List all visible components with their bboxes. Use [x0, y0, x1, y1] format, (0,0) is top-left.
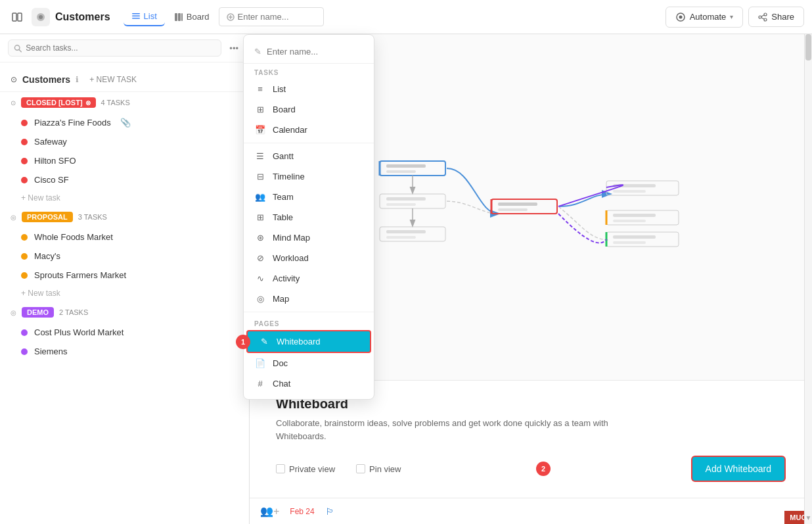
private-view-checkbox[interactable] — [276, 464, 285, 473]
view-tabs: List Board — [124, 7, 324, 26]
dropdown-item-workload[interactable]: ⊘ Workload — [244, 248, 374, 268]
svg-point-3 — [39, 15, 43, 19]
task-item-siemens[interactable]: Siemens — [0, 342, 249, 361]
tasks-section-label: TASKS — [244, 64, 374, 79]
list-panel: ••• ⊙ Customers ℹ + NEW TASK ⊙ CLOSED [L… — [0, 34, 250, 524]
dropdown-item-board[interactable]: ⊞ Board — [244, 99, 374, 120]
task-item-cisco[interactable]: Cisco SF — [0, 170, 249, 189]
sidebar-toggle-button[interactable] — [8, 8, 26, 26]
doc-icon: 📄 — [254, 358, 266, 368]
task-item-wholefoods[interactable]: Whole Foods Market — [0, 227, 249, 247]
svg-rect-25 — [386, 170, 416, 173]
tab-board[interactable]: Board — [166, 8, 217, 26]
task-item-macys[interactable]: Macy's — [0, 247, 249, 266]
dropdown-item-map[interactable]: ◎ Map — [244, 289, 374, 309]
new-task-proposal-button[interactable]: + New task — [0, 285, 249, 302]
mindmap-icon: ⊛ — [254, 233, 266, 243]
svg-rect-36 — [498, 202, 537, 206]
group-count-demo: 2 TASKS — [59, 308, 88, 316]
dropdown-item-mindmap[interactable]: ⊛ Mind Map — [244, 227, 374, 248]
task-dot-hilton — [21, 158, 28, 164]
search-box[interactable] — [8, 39, 221, 57]
page-title: Customers — [55, 11, 110, 23]
info-icon[interactable]: ℹ — [76, 75, 79, 84]
group-header-demo[interactable]: ◎ DEMO 2 TASKS — [0, 302, 249, 323]
task-item-hilton[interactable]: Hilton SFO — [0, 151, 249, 170]
group-count-closed: 4 TASKS — [101, 99, 130, 107]
svg-rect-30 — [386, 230, 426, 233]
new-task-header-button[interactable]: + NEW TASK — [89, 75, 137, 84]
scrollbar-thumb[interactable] — [805, 34, 811, 60]
dropdown-item-gantt[interactable]: ☰ Gantt — [244, 146, 374, 166]
bottom-icons-group: 👥+ Feb 24 🏳 — [260, 505, 334, 517]
task-name-macys: Macy's — [34, 251, 60, 261]
search-icon — [14, 44, 22, 53]
flag-icon: 🏳 — [325, 506, 334, 517]
dropdown-item-timeline[interactable]: ⊟ Timeline — [244, 166, 374, 187]
add-whiteboard-button[interactable]: Add Whiteboard — [691, 456, 786, 482]
tab-list[interactable]: List — [124, 7, 165, 26]
dropdown-item-table[interactable]: ⊞ Table — [244, 207, 374, 227]
dropdown-item-team[interactable]: 👥 Team — [244, 187, 374, 207]
share-button[interactable]: Share — [748, 7, 804, 27]
svg-rect-43 — [613, 214, 656, 217]
task-item-safeway[interactable]: Safeway — [0, 132, 249, 151]
search-input[interactable] — [26, 43, 215, 53]
svg-rect-5 — [132, 15, 140, 16]
dropdown-item-doc[interactable]: 📄 Doc — [244, 353, 374, 373]
gantt-icon: ☰ — [254, 151, 266, 161]
dropdown-whiteboard-label: Whiteboard — [277, 337, 320, 346]
new-task-closed-button[interactable]: + New task — [0, 189, 249, 206]
more-options-button[interactable]: ••• — [227, 41, 241, 56]
pin-view-checkbox-group[interactable]: Pin view — [356, 464, 401, 474]
step-2-badge: 2 — [536, 462, 551, 476]
add-view-button[interactable] — [219, 7, 324, 26]
svg-rect-41 — [606, 210, 679, 225]
task-name-costplus: Cost Plus World Market — [34, 327, 124, 337]
dropdown-activity-label: Activity — [273, 274, 300, 283]
group-count-proposal: 3 TASKS — [78, 213, 107, 221]
private-view-checkbox-group[interactable]: Private view — [276, 464, 335, 474]
badge-proposal-label: PROPOSAL — [27, 213, 68, 221]
pin-view-checkbox[interactable] — [356, 464, 365, 473]
badge-proposal: PROPOSAL — [22, 212, 73, 222]
task-dot-sprouts — [21, 272, 28, 279]
enter-name-input[interactable] — [267, 47, 377, 57]
top-bar-right: Automate ▾ Share — [665, 7, 804, 28]
svg-rect-34 — [491, 199, 557, 214]
dropdown-item-activity[interactable]: ∿ Activity — [244, 268, 374, 289]
svg-point-17 — [764, 18, 767, 21]
group-header-proposal[interactable]: ◎ PROPOSAL 3 TASKS — [0, 206, 249, 227]
dropdown-map-label: Map — [273, 294, 289, 304]
group-header-closed-lost[interactable]: ⊙ CLOSED [LOST] ⊗ 4 TASKS — [0, 92, 249, 113]
scrollbar[interactable]: ▼ — [804, 34, 812, 524]
dropdown-item-list[interactable]: ≡ List — [244, 79, 374, 99]
task-item-costplus[interactable]: Cost Plus World Market — [0, 323, 249, 342]
task-name-hilton: Hilton SFO — [34, 156, 76, 166]
svg-rect-9 — [181, 13, 183, 21]
svg-line-18 — [761, 15, 764, 16]
dropdown-chat-label: Chat — [273, 379, 290, 389]
svg-rect-4 — [132, 13, 140, 14]
page-icon — [32, 8, 50, 26]
add-view-input[interactable] — [238, 12, 317, 22]
dropdown-table-label: Table — [273, 212, 293, 222]
svg-rect-44 — [613, 220, 646, 222]
task-dot-macys — [21, 253, 28, 260]
dropdown-item-calendar[interactable]: 📅 Calendar — [244, 120, 374, 140]
group-chevron-demo-icon: ◎ — [11, 309, 16, 316]
dropdown-item-whiteboard[interactable]: ✎ Whiteboard — [246, 330, 371, 353]
task-item-sprouts[interactable]: Sprouts Farmers Market — [0, 266, 249, 285]
automate-button[interactable]: Automate ▾ — [665, 7, 744, 28]
share-label: Share — [771, 12, 794, 22]
task-dot-siemens — [21, 348, 28, 355]
dropdown-item-chat[interactable]: # Chat — [244, 373, 374, 394]
svg-rect-28 — [386, 203, 416, 206]
scroll-down-button[interactable]: ▼ — [805, 511, 812, 524]
dropdown-mindmap-label: Mind Map — [273, 233, 310, 243]
svg-rect-22 — [380, 161, 445, 176]
list-icon: ≡ — [254, 84, 266, 94]
automate-chevron-icon: ▾ — [730, 13, 733, 20]
task-item-piazzas[interactable]: Piazza's Fine Foods 📎 — [0, 113, 249, 132]
top-bar-left: Customers List Board — [8, 7, 660, 26]
